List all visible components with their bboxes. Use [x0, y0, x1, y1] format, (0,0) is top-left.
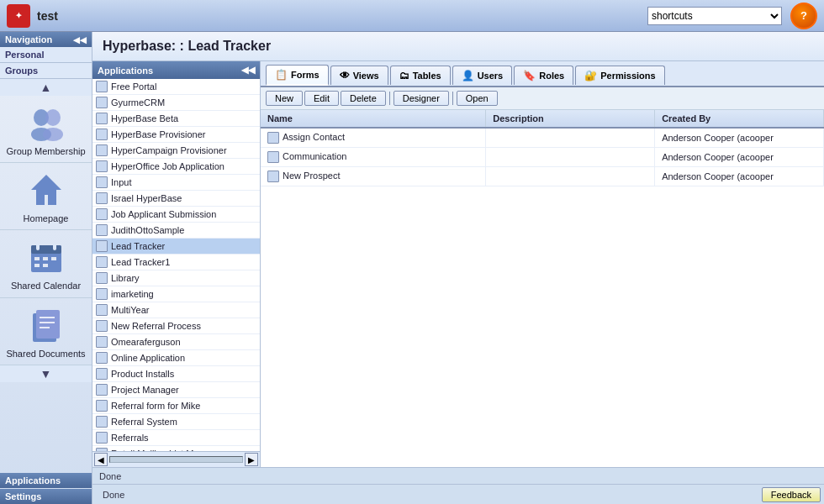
app-item-hypercampaign-provisioner[interactable]: HyperCampaign Provisioner — [92, 143, 260, 159]
app-item-hyperbase-provisioner[interactable]: HyperBase Provisioner — [92, 127, 260, 143]
row-description — [486, 148, 655, 167]
col-description: Description — [486, 110, 655, 128]
app-item-lead-tracker1[interactable]: Lead Tracker1 — [92, 255, 260, 270]
app-item-input[interactable]: Input — [92, 175, 260, 191]
lead-tracker-title: : — [180, 39, 188, 53]
tab-forms[interactable]: 📋Forms — [266, 65, 329, 86]
app-item-label: HyperOffice Job Application — [111, 161, 224, 171]
app-item-label: MultiYear — [111, 305, 149, 315]
apps-list[interactable]: Free PortalGyurmeCRMHyperBase BetaHyperB… — [92, 79, 260, 451]
designer-button[interactable]: Designer — [394, 91, 449, 106]
homepage-icon — [26, 170, 66, 210]
app-item-online-application[interactable]: Online Application — [92, 350, 260, 366]
app-item-judithottosample[interactable]: JudithOttoSample — [92, 223, 260, 239]
table-row[interactable]: Assign Contact Anderson Cooper (acooper — [261, 128, 824, 148]
shortcuts-select[interactable]: shortcuts — [647, 7, 782, 25]
sidebar-arrow-down[interactable]: ▼ — [0, 365, 92, 382]
table-row[interactable]: New Prospect Anderson Cooper (acooper — [261, 167, 824, 186]
shared-documents-icon — [26, 305, 66, 345]
data-table: Name Description Created By Assign Conta… — [261, 110, 824, 467]
sidebar-item-shared-calendar[interactable]: Shared Calendar — [0, 230, 92, 297]
feedback-button[interactable]: Feedback — [762, 487, 821, 502]
app-item-icon — [96, 113, 108, 124]
col-created-by: Created By — [655, 110, 824, 128]
new-button[interactable]: New — [266, 91, 303, 106]
app-item-new-referral[interactable]: New Referral Process — [92, 318, 260, 334]
tab-permissions[interactable]: 🔐Permissions — [575, 66, 664, 85]
sidebar-item-group-membership[interactable]: Group Membership — [0, 96, 92, 163]
app-item-library[interactable]: Library — [92, 270, 260, 286]
sidebar-item-homepage[interactable]: Homepage — [0, 163, 92, 230]
app-item-referrals[interactable]: Referrals — [92, 430, 260, 446]
app-item-icon — [96, 400, 108, 412]
apps-scroll-right[interactable]: ▶ — [245, 453, 258, 466]
navigation-header[interactable]: Navigation ◀◀ — [0, 32, 92, 47]
forms-tab-label: Forms — [291, 70, 320, 80]
tab-roles[interactable]: 🔖Roles — [514, 66, 573, 85]
row-form-icon — [267, 151, 279, 163]
app-item-label: Lead Tracker — [111, 241, 165, 251]
app-item-label: GyurmeCRM — [111, 97, 165, 108]
groups-label: Groups — [0, 63, 92, 79]
applications-section[interactable]: Applications — [0, 473, 92, 488]
svg-rect-8 — [53, 244, 56, 250]
app-item-israel-hyperbase[interactable]: Israel HyperBase — [92, 191, 260, 207]
app-item-hyperofficejobapp[interactable]: HyperOffice Job Application — [92, 159, 260, 175]
sidebar-arrow-up[interactable]: ▲ — [0, 79, 92, 96]
edit-button[interactable]: Edit — [304, 91, 339, 106]
help-button[interactable]: ? — [790, 3, 817, 29]
open-button[interactable]: Open — [457, 91, 498, 106]
navigation-collapse-icon: ◀◀ — [73, 35, 87, 45]
app-item-icon — [96, 240, 108, 252]
svg-rect-11 — [51, 257, 56, 260]
svg-point-3 — [43, 128, 63, 141]
svg-marker-4 — [31, 175, 61, 205]
app-item-project-manager[interactable]: Project Manager — [92, 382, 260, 398]
app-item-label: Job Applicant Submission — [111, 209, 216, 219]
app-item-imarketing[interactable]: imarketing — [92, 286, 260, 302]
table-row[interactable]: Communication Anderson Cooper (acooper — [261, 148, 824, 167]
app-item-omearaferguson[interactable]: Omearaferguson — [92, 334, 260, 350]
app-item-free-portal[interactable]: Free Portal — [92, 79, 260, 95]
app-item-hyperbase-beta[interactable]: HyperBase Beta — [92, 111, 260, 127]
svg-rect-15 — [36, 310, 60, 339]
inner-layout: Applications ◀◀ Free PortalGyurmeCRMHype… — [92, 61, 824, 467]
sidebar-item-shared-documents[interactable]: Shared Documents — [0, 298, 92, 365]
views-tab-label: Views — [353, 71, 379, 81]
app-item-product-installs[interactable]: Product Installs — [92, 366, 260, 382]
apps-scroll-left[interactable]: ◀ — [94, 453, 108, 466]
app-item-gyurmecrm[interactable]: GyurmeCRM — [92, 95, 260, 111]
app-item-referral-system[interactable]: Referral System — [92, 414, 260, 430]
app-item-job-applicant[interactable]: Job Applicant Submission — [92, 207, 260, 223]
app-item-referral-form-mike[interactable]: Referral form for Mike — [92, 398, 260, 414]
toolbar-separator2 — [452, 92, 453, 105]
app-item-icon — [96, 352, 108, 364]
tab-tables[interactable]: 🗂Tables — [390, 66, 451, 85]
lead-tracker-name: Lead Tracker — [188, 39, 271, 53]
apps-panel-collapse-icon[interactable]: ◀◀ — [241, 65, 255, 76]
app-item-multiyear[interactable]: MultiYear — [92, 302, 260, 318]
app-item-icon — [96, 81, 108, 92]
apps-panel-header: Applications ◀◀ — [92, 61, 260, 79]
app-item-icon — [96, 144, 108, 156]
delete-button[interactable]: Delete — [341, 91, 386, 106]
status-bar: Done — [92, 467, 824, 484]
app-logo: ✦ — [7, 4, 30, 28]
row-form-icon — [267, 132, 279, 144]
app-item-icon — [96, 129, 108, 140]
settings-section[interactable]: Settings — [0, 489, 92, 504]
shared-calendar-label: Shared Calendar — [11, 281, 81, 291]
navigation-label: Navigation — [5, 34, 52, 45]
svg-rect-12 — [34, 264, 40, 267]
tab-views[interactable]: 👁Views — [330, 66, 388, 85]
app-item-icon — [96, 416, 108, 428]
app-item-icon — [96, 224, 108, 236]
app-item-label: Referrals — [111, 433, 149, 443]
shared-documents-label: Shared Documents — [6, 349, 85, 360]
app-item-label: Referral form for Mike — [111, 401, 200, 411]
app-item-lead-tracker[interactable]: Lead Tracker — [92, 239, 260, 255]
sidebar: Navigation ◀◀ Personal Groups ▲ Group Me… — [0, 32, 92, 504]
tab-users[interactable]: 👤Users — [452, 66, 513, 85]
app-item-label: Omearaferguson — [111, 337, 181, 347]
app-item-label: JudithOttoSample — [111, 225, 184, 235]
